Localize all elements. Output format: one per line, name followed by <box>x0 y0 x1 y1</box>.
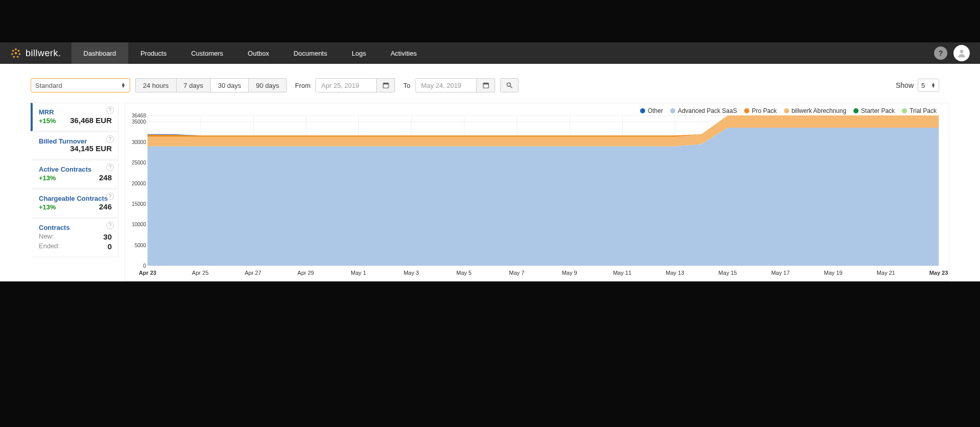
from-calendar-button[interactable] <box>377 78 395 92</box>
legend-swatch-icon <box>853 108 859 113</box>
range-buttons: 24 hours7 days30 days90 days <box>135 78 287 92</box>
content-area: Standard ▲▼ 24 hours7 days30 days90 days… <box>0 64 980 281</box>
legend-other[interactable]: Other <box>640 107 663 114</box>
from-date-input[interactable]: Apr 25, 2019 <box>315 78 377 92</box>
brand-icon <box>10 48 21 59</box>
svg-line-18 <box>510 86 512 88</box>
legend-swatch-icon <box>640 108 645 113</box>
legend-label: Starter Pack <box>861 107 895 114</box>
svg-point-5 <box>11 53 13 55</box>
nav-items: DashboardProductsCustomersOutboxDocument… <box>71 42 429 64</box>
show-select[interactable]: 5 ▲▼ <box>918 79 939 92</box>
area-advanced-pack-saas <box>148 128 939 266</box>
x-tick: May 17 <box>771 270 790 276</box>
legend-swatch-icon <box>670 108 675 113</box>
x-tick: May 1 <box>351 270 366 276</box>
x-tick: May 15 <box>719 270 737 276</box>
y-tick: 15000 <box>127 201 148 207</box>
legend-label: Trial Pack <box>910 107 937 114</box>
kpi-mrr[interactable]: MRR?+15%36,468 EUR <box>31 103 118 131</box>
kpi-billed-turnover[interactable]: Billed Turnover?34,145 EUR <box>31 132 118 159</box>
kpi-value: 34,145 EUR <box>70 144 112 153</box>
nav-dashboard[interactable]: Dashboard <box>71 42 129 64</box>
kpi-row-value: 30 <box>103 232 112 241</box>
y-tick: 10000 <box>127 222 148 227</box>
svg-rect-14 <box>483 83 488 84</box>
legend-pro-pack[interactable]: Pro Pack <box>744 107 777 114</box>
brand-text: billwerk. <box>26 48 61 59</box>
chart-legend: OtherAdvanced Pack SaaSPro Packbillwerk … <box>640 107 937 114</box>
to-calendar-button[interactable] <box>477 78 495 92</box>
range-24-hours[interactable]: 24 hours <box>135 78 176 92</box>
x-tick: May 21 <box>877 270 895 276</box>
avatar[interactable] <box>953 45 970 61</box>
legend-label: Advanced Pack SaaS <box>678 107 737 114</box>
svg-point-4 <box>13 56 15 58</box>
y-tick: 30000 <box>127 139 148 145</box>
help-icon[interactable]: ? <box>106 106 114 114</box>
brand-logo[interactable]: billwerk. <box>0 42 71 64</box>
svg-point-6 <box>12 50 14 52</box>
x-tick: Apr 29 <box>298 270 314 276</box>
kpi-contracts[interactable]: Contracts?New:30Ended:0 <box>31 218 118 257</box>
svg-point-8 <box>960 50 964 53</box>
to-label: To <box>403 82 410 89</box>
legend-billwerk-abrechnung[interactable]: billwerk Abrechnung <box>784 107 846 114</box>
range-7-days[interactable]: 7 days <box>176 78 210 92</box>
help-icon[interactable]: ? <box>106 163 114 171</box>
x-tick: May 3 <box>404 270 419 276</box>
y-tick: 25000 <box>127 160 148 165</box>
y-tick: 20000 <box>127 180 148 186</box>
x-tick: May 11 <box>613 270 631 276</box>
navbar: billwerk. DashboardProductsCustomersOutb… <box>0 42 980 64</box>
range-90-days[interactable]: 90 days <box>248 78 287 92</box>
svg-point-2 <box>19 53 21 55</box>
x-tick: Apr 27 <box>244 270 261 276</box>
letterbox-top <box>0 0 980 42</box>
kpi-chargeable-contracts[interactable]: Chargeable Contracts?+13%246 <box>31 189 118 218</box>
legend-advanced-pack-saas[interactable]: Advanced Pack SaaS <box>670 107 737 114</box>
help-icon[interactable]: ? <box>934 46 947 60</box>
nav-logs[interactable]: Logs <box>339 42 378 64</box>
to-date-input[interactable]: May 24, 2019 <box>415 78 477 92</box>
search-button[interactable] <box>500 78 519 92</box>
nav-activities[interactable]: Activities <box>378 42 429 64</box>
y-tick: 5000 <box>127 242 148 248</box>
kpi-row: New:30 <box>39 232 112 241</box>
chart-body: 3646835000300002500020000150001000050000 <box>148 115 939 266</box>
nav-right: ? <box>934 42 980 64</box>
range-30-days[interactable]: 30 days <box>210 78 249 92</box>
view-select[interactable]: Standard ▲▼ <box>31 78 130 92</box>
from-label: From <box>295 82 310 89</box>
kpi-active-contracts[interactable]: Active Contracts?+13%248 <box>31 160 118 188</box>
kpi-title: Active Contracts <box>39 165 112 173</box>
help-icon[interactable]: ? <box>106 193 114 200</box>
y-tick: 35000 <box>127 118 148 124</box>
nav-outbox[interactable]: Outbox <box>235 42 281 64</box>
select-arrows-icon: ▲▼ <box>931 83 936 88</box>
svg-point-1 <box>18 50 20 52</box>
legend-starter-pack[interactable]: Starter Pack <box>853 107 895 114</box>
x-tick: May 19 <box>824 270 842 276</box>
x-tick: May 13 <box>666 270 684 276</box>
help-icon[interactable]: ? <box>106 222 114 229</box>
kpi-row: Ended:0 <box>39 242 112 251</box>
legend-label: Other <box>648 107 663 114</box>
nav-documents[interactable]: Documents <box>281 42 339 64</box>
legend-trial-pack[interactable]: Trial Pack <box>902 107 937 114</box>
kpi-sidebar: MRR?+15%36,468 EURBilled Turnover?34,145… <box>31 103 118 258</box>
toolbar: Standard ▲▼ 24 hours7 days30 days90 days… <box>31 78 949 92</box>
x-tick: May 23 <box>929 270 948 276</box>
show-value: 5 <box>921 82 925 89</box>
kpi-row-value: 0 <box>108 242 112 251</box>
chart-areas <box>148 115 939 266</box>
kpi-value: 248 <box>99 173 112 182</box>
nav-customers[interactable]: Customers <box>179 42 235 64</box>
legend-label: billwerk Abrechnung <box>792 107 846 114</box>
help-icon[interactable]: ? <box>106 135 114 143</box>
x-axis: Apr 23Apr 25Apr 27Apr 29May 1May 3May 5M… <box>148 270 939 278</box>
nav-products[interactable]: Products <box>128 42 179 64</box>
legend-swatch-icon <box>902 108 907 113</box>
kpi-value: 246 <box>99 202 112 211</box>
kpi-row-label: New: <box>39 232 54 241</box>
